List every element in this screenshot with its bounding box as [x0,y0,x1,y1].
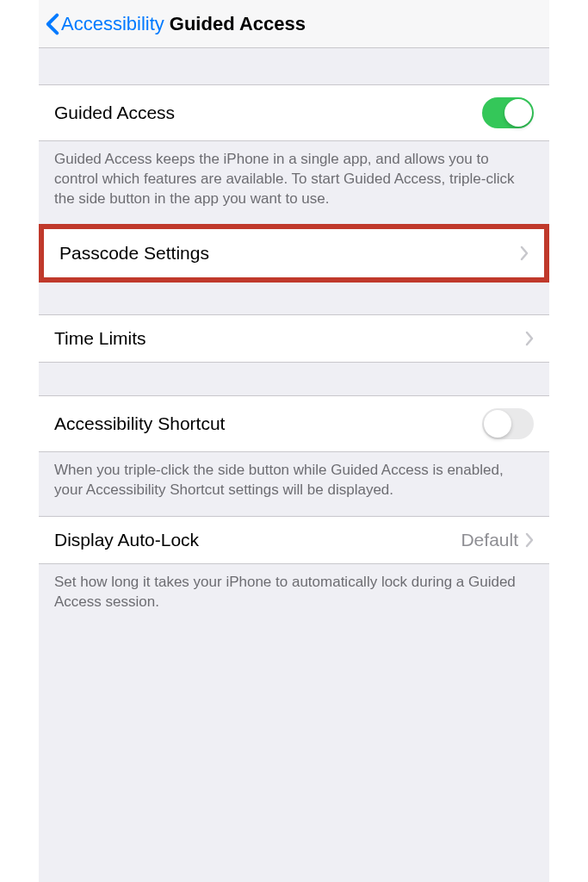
display-auto-lock-value: Default [461,530,518,550]
chevron-right-icon [525,532,534,548]
accessibility-shortcut-label: Accessibility Shortcut [54,413,225,434]
chevron-right-icon [520,245,529,261]
passcode-settings-label: Passcode Settings [59,243,209,264]
chevron-right-icon [525,331,534,346]
time-limits-label: Time Limits [54,328,146,349]
toggle-knob [484,410,511,438]
display-auto-lock-row[interactable]: Display Auto-Lock Default [39,516,549,564]
passcode-settings-row[interactable]: Passcode Settings [44,229,544,277]
chevron-left-icon [46,13,59,35]
accessibility-shortcut-footer: When you triple-click the side button wh… [39,452,549,516]
time-limits-row[interactable]: Time Limits [39,314,549,363]
guided-access-label: Guided Access [54,102,175,123]
accessibility-shortcut-row: Accessibility Shortcut [39,395,549,452]
highlight-annotation: Passcode Settings [39,224,549,283]
guided-access-toggle[interactable] [482,97,534,128]
back-label: Accessibility [61,13,164,35]
guided-access-row: Guided Access [39,84,549,141]
display-auto-lock-label: Display Auto-Lock [54,530,199,550]
page-title: Guided Access [170,13,306,35]
guided-access-footer: Guided Access keeps the iPhone in a sing… [39,141,549,225]
display-auto-lock-footer: Set how long it takes your iPhone to aut… [39,564,549,628]
navigation-bar: Accessibility Guided Access [39,0,549,48]
accessibility-shortcut-toggle[interactable] [482,408,534,439]
back-button[interactable]: Accessibility [46,13,164,35]
toggle-knob [504,99,532,127]
